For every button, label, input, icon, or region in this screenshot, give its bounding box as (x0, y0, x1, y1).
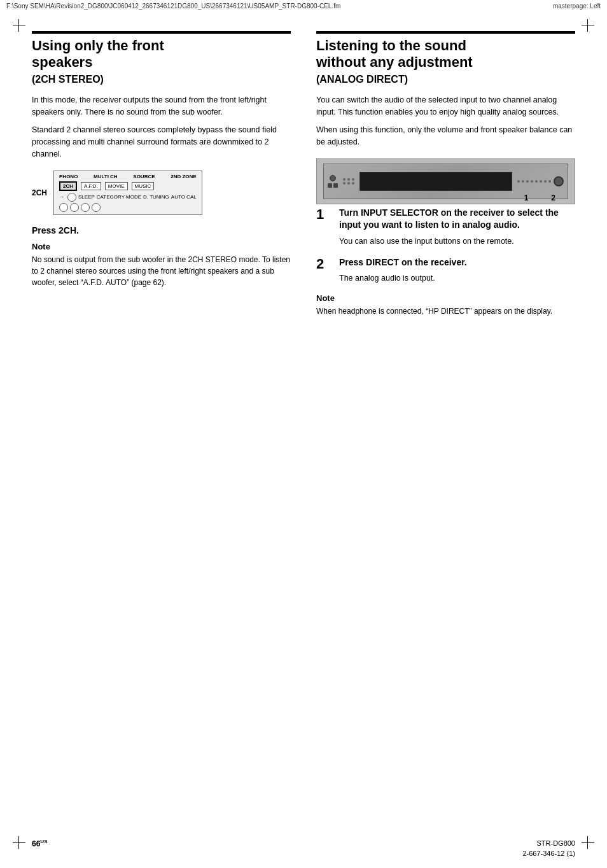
page-container: Using only the front speakers (2CH STERE… (0, 12, 607, 342)
btn-movie: MOVIE (105, 182, 128, 190)
header-right-label: masterpage: Left (553, 3, 601, 10)
panel-left-buttons (328, 183, 338, 188)
dot4 (343, 182, 345, 185)
btn-2ch: 2CH (59, 181, 77, 191)
circle2 (70, 203, 79, 212)
panel-dot14 (548, 180, 551, 183)
panel-left (328, 175, 338, 188)
footer: 66US STR-DG800 2-667-346-12 (1) (0, 839, 607, 858)
panel-dot7 (517, 180, 520, 183)
diagram-sleep: SLEEP (78, 194, 95, 200)
left-subtitle: (2CH STEREO) (32, 74, 291, 85)
right-title: Listening to the sound without any adjus… (316, 38, 575, 71)
panel-volume-knob (554, 176, 564, 186)
step1-title: Turn INPUT SELECTOR on the receiver to s… (339, 207, 575, 232)
circle3 (81, 203, 90, 212)
diagram-dtuning: D. TUNING (143, 194, 169, 200)
step2-content: Press DIRECT on the receiver. The analog… (339, 256, 575, 284)
panel-mid-controls (343, 178, 354, 185)
diagram-autocal: AUTO CAL (171, 194, 197, 200)
dot1 (343, 178, 345, 181)
panel-dot9 (526, 180, 529, 183)
marker-1: 1 (524, 193, 529, 202)
marker-2: 2 (551, 193, 555, 202)
left-body1: In this mode, the receiver outputs the s… (32, 94, 291, 118)
right-subtitle: (ANALOG DIRECT) (316, 74, 575, 85)
btn-music: MUSIC (132, 182, 155, 190)
circle4 (92, 203, 101, 212)
panel-dots-row2 (343, 182, 354, 185)
step2-body: The analog audio is output. (339, 272, 575, 284)
arrow-icon: → (59, 194, 64, 200)
panel-dot13 (544, 180, 547, 183)
step1-number: 1 (316, 207, 331, 248)
dot6 (352, 182, 354, 185)
step1-body: You can also use the input buttons on th… (339, 235, 575, 248)
diagram-catmode: CATEGORY MODE (97, 194, 141, 200)
btn-phono: PHONO (59, 174, 78, 179)
diagram-container: 2CH PHONO MULTI CH SOURCE 2ND ZONE 2CH A… (32, 171, 291, 215)
dot3 (352, 178, 354, 181)
page-number: 66US (32, 839, 47, 858)
panel-dot12 (540, 180, 542, 183)
left-title: Using only the front speakers (32, 38, 291, 71)
panel-btn1 (328, 183, 332, 188)
dot2 (347, 178, 350, 181)
header-bar: F:\Sony SEM\HA\Revision2_DG800\JC060412_… (0, 0, 607, 12)
panel-btn2 (333, 183, 338, 188)
step1-content: Turn INPUT SELECTOR on the receiver to s… (339, 207, 575, 248)
model-line1: STR-DG800 (522, 839, 575, 848)
press-2ch-heading: Press 2CH. (32, 225, 291, 235)
panel-dot8 (522, 180, 524, 183)
model-info: STR-DG800 2-667-346-12 (1) (522, 839, 575, 858)
right-body2: When using this function, only the volum… (316, 124, 575, 148)
right-note-text: When headphone is connected, “HP DIRECT”… (316, 305, 575, 317)
step-2: 2 Press DIRECT on the receiver. The anal… (316, 256, 575, 284)
diagram-top-row: PHONO MULTI CH SOURCE 2ND ZONE (59, 174, 197, 179)
step-1: 1 Turn INPUT SELECTOR on the receiver to… (316, 207, 575, 248)
panel-dot10 (531, 180, 533, 183)
btn-afd: A.F.D. (81, 182, 101, 190)
panel-dot11 (535, 180, 538, 183)
step2-number: 2 (316, 256, 331, 284)
panel-right-btns (517, 180, 551, 183)
right-body1: You can switch the audio of the selected… (316, 94, 575, 118)
diagram-bot-row: → SLEEP CATEGORY MODE D. TUNING AUTO CAL (59, 193, 197, 202)
image-markers: 1 2 (524, 193, 555, 202)
diagram-circles-row (59, 203, 197, 212)
left-note-label: Note (32, 242, 291, 251)
panel-display (359, 172, 512, 191)
circle-btn (67, 193, 76, 202)
circle1 (59, 203, 68, 212)
left-body2: Standard 2 channel stereo sources comple… (32, 124, 291, 160)
right-column: Listening to the sound without any adjus… (316, 31, 575, 317)
receiver-diagram: PHONO MULTI CH SOURCE 2ND ZONE 2CH A.F.D… (53, 171, 202, 215)
right-section-heading: Listening to the sound without any adjus… (316, 31, 575, 85)
btn-multich: MULTI CH (94, 174, 118, 179)
panel-dots-row (343, 178, 354, 181)
step2-title: Press DIRECT on the receiver. (339, 256, 575, 269)
right-note-label: Note (316, 293, 575, 303)
left-note-text: No sound is output from the sub woofer i… (32, 254, 291, 288)
receiver-image: 1 2 (316, 158, 575, 204)
header-left-path: F:\Sony SEM\HA\Revision2_DG800\JC060412_… (6, 3, 340, 10)
dot5 (347, 182, 350, 185)
btn-source: SOURCE (133, 174, 155, 179)
model-line2: 2-667-346-12 (1) (522, 849, 575, 858)
diagram-label: 2CH (32, 188, 47, 197)
two-column-layout: Using only the front speakers (2CH STERE… (32, 31, 575, 317)
left-section-heading: Using only the front speakers (2CH STERE… (32, 31, 291, 85)
panel-power-knob (330, 175, 336, 181)
left-column: Using only the front speakers (2CH STERE… (32, 31, 291, 317)
btn-2ndzone: 2ND ZONE (171, 174, 196, 179)
diagram-mid-row: 2CH A.F.D. MOVIE MUSIC (59, 181, 197, 191)
